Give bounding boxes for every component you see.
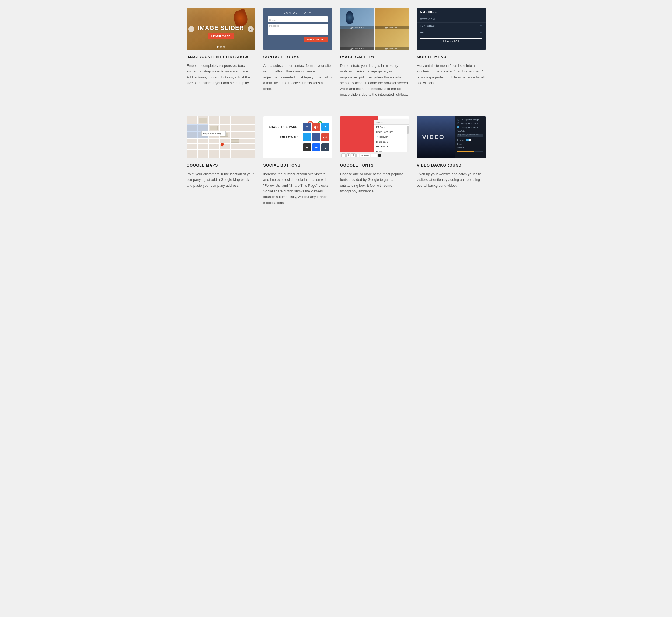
video-option-bg-color: Background Color: [457, 122, 483, 125]
slider-dot-2[interactable]: [220, 46, 222, 48]
mobile-menu-preview: MOBIRISE OVERVIEW FEATURES: [417, 8, 486, 50]
map-pin-dot: [220, 142, 225, 147]
video-radio-bg-color[interactable]: [457, 122, 459, 125]
video-label-bg-video: Background Video: [461, 126, 478, 129]
map-road-h-5: [187, 149, 255, 150]
video-color-row: Color: [457, 143, 483, 145]
social-follow-icons: t f g+: [303, 133, 329, 141]
mobile-nav-preview: MOBIRISE OVERVIEW FEATURES: [417, 8, 486, 50]
social-follow-label: FOLLOW US: [266, 136, 301, 139]
feature-card-mobile-menu: MOBIRISE OVERVIEW FEATURES: [417, 8, 486, 97]
slider-title: IMAGE SLIDER: [187, 24, 255, 31]
gallery-caption-3: Type caption here: [340, 47, 374, 50]
contact-name-input[interactable]: Name*: [268, 16, 328, 22]
social-buttons-preview: SHARE THIS PAGE! f 192 g+ 47 t: [263, 117, 332, 158]
feature-card-video-background: VIDEO Background Image Background Color: [417, 117, 486, 206]
hamburger-line-1: [479, 10, 482, 11]
slider-learn-more-button[interactable]: LEARN MORE: [208, 33, 234, 39]
toolbar-scissors-icon[interactable]: ✂: [341, 153, 346, 157]
feature-desc-video: Liven up your website and catch your sit…: [417, 171, 486, 188]
slider-text-area: IMAGE SLIDER LEARN MORE: [187, 24, 255, 39]
video-color-label: Color: [457, 143, 462, 145]
toolbar-paste-icon[interactable]: ⊞: [351, 153, 356, 157]
feature-desc-mobile: Horizontal site menu folds itself into a…: [417, 63, 486, 86]
social-twitter-follow[interactable]: t: [303, 133, 311, 141]
map-tooltip-close[interactable]: ×: [222, 132, 224, 135]
nav-arrow-features: ▼: [480, 25, 482, 27]
video-opacity-slider-track[interactable]: [457, 151, 483, 152]
hamburger-icon[interactable]: [479, 10, 482, 13]
social-facebook-share[interactable]: f 192: [303, 123, 311, 131]
video-background-text: VIDEO: [422, 134, 445, 141]
gallery-cell-1[interactable]: Type caption here: [340, 8, 374, 29]
mobile-nav-item-overview[interactable]: OVERVIEW: [417, 16, 486, 23]
toolbar-copy-icon[interactable]: ⧉: [347, 153, 351, 157]
social-tumblr-follow[interactable]: t: [321, 143, 329, 152]
video-radio-bg-video[interactable]: [457, 126, 459, 128]
toolbar-font-size[interactable]: 17...: [371, 154, 377, 157]
feature-title-slider: IMAGE/CONTENT SLIDESHOW: [187, 55, 255, 59]
font-option-open-sans[interactable]: Open Sans Con...: [374, 130, 409, 135]
social-preview-bg: SHARE THIS PAGE! f 192 g+ 47 t: [263, 117, 332, 158]
slider-dot-3[interactable]: [223, 46, 225, 48]
gallery-grid: Type caption here Type caption here Type…: [340, 8, 409, 50]
video-background-preview: VIDEO Background Image Background Color: [417, 117, 486, 158]
video-opacity-row: Opacity: [457, 147, 483, 149]
slider-next-arrow[interactable]: ›: [248, 26, 254, 32]
feature-title-social: SOCIAL BUTTONS: [263, 163, 332, 167]
social-twitter-share[interactable]: t: [321, 123, 329, 131]
slider-dot-1[interactable]: [217, 46, 219, 48]
toolbar-color-swatch[interactable]: [378, 154, 381, 157]
font-option-raleway[interactable]: ✓ Raleway: [374, 135, 409, 139]
social-github-follow[interactable]: ◈: [303, 143, 311, 152]
hamburger-line-3: [479, 13, 482, 13]
gallery-cell-2[interactable]: Type caption here: [375, 8, 409, 29]
video-settings-panel: Background Image Background Color Backgr…: [455, 117, 486, 158]
feature-card-image-slider: IMAGE SLIDER LEARN MORE ‹ ›: [187, 8, 255, 97]
gallery-cell-3[interactable]: Type caption here: [340, 29, 374, 50]
video-overlay-toggle[interactable]: [466, 139, 471, 142]
google-fonts-preview: Source S... PT Sans Open Sans Con... ✓ R…: [340, 117, 409, 158]
mobile-nav-item-help[interactable]: HELP ▼: [417, 29, 486, 36]
feature-card-google-fonts: Source S... PT Sans Open Sans Con... ✓ R…: [340, 117, 409, 206]
video-radio-bg-image[interactable]: [457, 119, 459, 121]
mobile-download-button[interactable]: DOWNLOAD: [420, 38, 482, 44]
social-facebook-follow[interactable]: f: [312, 133, 320, 141]
feature-card-contact-forms: CONTACT FORM Name* Message CONTACT US CO…: [263, 8, 332, 97]
map-road-v-3: [219, 117, 220, 158]
contact-forms-preview: CONTACT FORM Name* Message CONTACT US: [263, 8, 332, 50]
social-share-row: SHARE THIS PAGE! f 192 g+ 47 t: [266, 123, 329, 131]
contact-message-textarea[interactable]: Message: [268, 24, 328, 35]
feature-title-contact: CONTACT FORMS: [263, 55, 332, 59]
map-block-1: [199, 118, 207, 123]
map-road-v-4: [230, 117, 231, 158]
font-check-icon: ✓: [376, 136, 378, 138]
social-share-label: SHARE THIS PAGE!: [266, 126, 301, 129]
hamburger-line-2: [479, 12, 482, 12]
contact-submit-button[interactable]: CONTACT US: [303, 37, 328, 42]
fonts-scrollbar[interactable]: [407, 126, 409, 153]
google-maps-preview: Empire State Building ×: [187, 117, 255, 158]
fonts-dropdown-header: Source S...: [374, 120, 409, 125]
font-option-pt-sans[interactable]: PT Sans: [374, 125, 409, 130]
gallery-caption-4: Type caption here: [375, 47, 409, 50]
font-option-montserrat[interactable]: Montserrat: [374, 144, 409, 149]
social-googleplus-follow[interactable]: g+: [321, 133, 329, 141]
video-opacity-slider-row: [457, 151, 483, 152]
social-googleplus-share[interactable]: g+ 47: [312, 123, 320, 131]
video-url-input[interactable]: http://www.youtube.com/watd: [457, 134, 483, 138]
toolbar-font-name[interactable]: Raleway: [360, 154, 370, 157]
contact-form-header: CONTACT FORM: [284, 11, 311, 14]
image-gallery-preview: Type caption here Type caption here Type…: [340, 8, 409, 50]
video-option-bg-video: Background Video: [457, 126, 483, 129]
slider-prev-arrow[interactable]: ‹: [188, 26, 194, 32]
feature-desc-slider: Embed a completely responsive, touch-swi…: [187, 63, 255, 86]
gallery-cell-4[interactable]: Type caption here: [375, 29, 409, 50]
slider-preview-bg: IMAGE SLIDER LEARN MORE ‹ ›: [187, 8, 255, 50]
fonts-red-bg: [340, 117, 378, 158]
social-extra-row: ◈ Be t: [266, 143, 329, 152]
social-follow-row: FOLLOW US t f g+: [266, 133, 329, 141]
social-behance-follow[interactable]: Be: [312, 143, 320, 152]
font-option-droid-sans[interactable]: Droid Sans: [374, 139, 409, 144]
mobile-nav-item-features[interactable]: FEATURES ▼: [417, 23, 486, 29]
